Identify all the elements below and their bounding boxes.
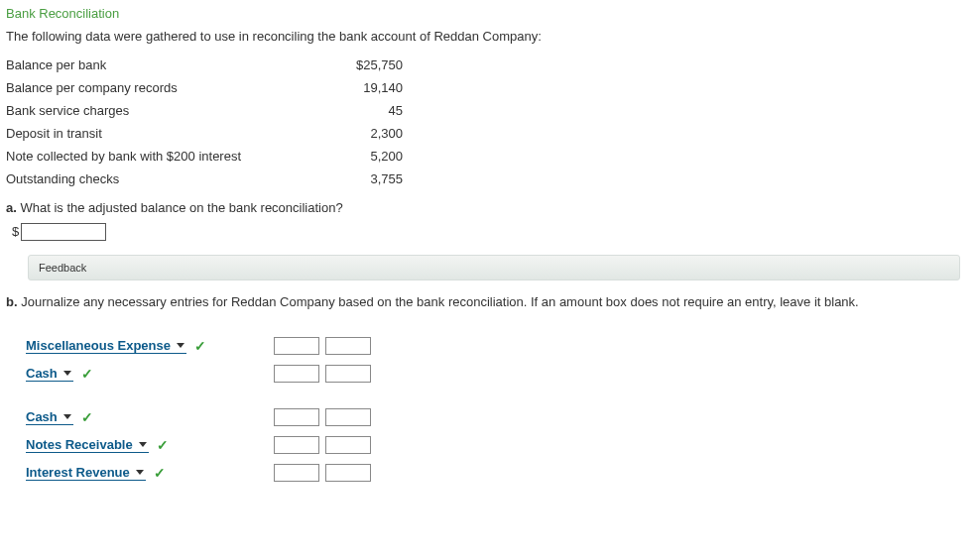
- row-label: Outstanding checks: [6, 168, 304, 190]
- chevron-down-icon: [139, 442, 147, 447]
- account-select[interactable]: Cash: [26, 409, 73, 425]
- question-a: a. What is the adjusted balance on the b…: [6, 200, 973, 215]
- row-label: Deposit in transit: [6, 122, 304, 145]
- account-select-label: Cash: [26, 366, 58, 381]
- row-label: Balance per bank: [6, 54, 304, 76]
- account-select-label: Miscellaneous Expense: [26, 338, 171, 353]
- chevron-down-icon: [63, 414, 71, 419]
- table-row: Balance per company records 19,140: [6, 76, 403, 99]
- table-row: Bank service charges 45: [6, 99, 403, 122]
- question-b-letter: b.: [6, 294, 18, 309]
- journal-row: Miscellaneous Expense ✓: [26, 335, 973, 357]
- chevron-down-icon: [136, 470, 144, 475]
- question-b-text: Journalize any necessary entries for Red…: [18, 294, 859, 309]
- account-select-label: Interest Revenue: [26, 465, 130, 480]
- row-value: 3,755: [304, 168, 403, 190]
- credit-input[interactable]: [325, 337, 371, 355]
- check-icon: ✓: [81, 409, 93, 425]
- chevron-down-icon: [63, 371, 71, 376]
- account-select[interactable]: Notes Receivable: [26, 437, 149, 453]
- credit-input[interactable]: [325, 365, 371, 383]
- journal-row: Cash ✓: [26, 363, 973, 385]
- credit-input[interactable]: [325, 436, 371, 454]
- debit-input[interactable]: [274, 408, 319, 426]
- row-label: Bank service charges: [6, 99, 304, 122]
- debit-input[interactable]: [274, 436, 319, 454]
- check-icon: ✓: [194, 338, 206, 354]
- page-title: Bank Reconciliation: [6, 6, 973, 21]
- journal-row: Cash ✓: [26, 406, 973, 428]
- chevron-down-icon: [177, 343, 184, 348]
- row-value: 45: [304, 99, 403, 122]
- row-label: Note collected by bank with $200 interes…: [6, 145, 304, 168]
- question-a-letter: a.: [6, 200, 17, 215]
- journal-group-1: Miscellaneous Expense ✓ Cash ✓: [26, 335, 973, 385]
- adjusted-balance-input[interactable]: [21, 223, 106, 241]
- account-select[interactable]: Miscellaneous Expense: [26, 338, 186, 354]
- journal-entries: Miscellaneous Expense ✓ Cash ✓: [26, 335, 973, 484]
- row-value: $25,750: [304, 54, 403, 76]
- row-value: 2,300: [304, 122, 403, 145]
- row-value: 19,140: [304, 76, 403, 99]
- check-icon: ✓: [154, 465, 166, 481]
- debit-input[interactable]: [274, 464, 319, 482]
- journal-row: Interest Revenue ✓: [26, 462, 973, 484]
- feedback-panel[interactable]: Feedback: [28, 255, 960, 280]
- credit-input[interactable]: [325, 408, 371, 426]
- row-label: Balance per company records: [6, 76, 304, 99]
- row-value: 5,200: [304, 145, 403, 168]
- credit-input[interactable]: [325, 464, 371, 482]
- dollar-sign: $: [12, 224, 19, 239]
- account-select-label: Cash: [26, 409, 58, 424]
- question-b: b. Journalize any necessary entries for …: [6, 294, 973, 309]
- journal-row: Notes Receivable ✓: [26, 434, 973, 456]
- table-row: Deposit in transit 2,300: [6, 122, 403, 145]
- check-icon: ✓: [157, 437, 169, 453]
- table-row: Note collected by bank with $200 interes…: [6, 145, 403, 168]
- table-row: Outstanding checks 3,755: [6, 168, 403, 190]
- table-row: Balance per bank $25,750: [6, 54, 403, 76]
- check-icon: ✓: [81, 366, 93, 382]
- account-select[interactable]: Cash: [26, 366, 73, 382]
- debit-input[interactable]: [274, 365, 319, 383]
- account-select[interactable]: Interest Revenue: [26, 465, 146, 481]
- account-select-label: Notes Receivable: [26, 437, 133, 452]
- question-a-text: What is the adjusted balance on the bank…: [17, 200, 343, 215]
- data-table: Balance per bank $25,750 Balance per com…: [6, 54, 403, 190]
- debit-input[interactable]: [274, 337, 319, 355]
- intro-text: The following data were gathered to use …: [6, 29, 973, 44]
- journal-group-2: Cash ✓ Notes Receivable ✓ Inte: [26, 406, 973, 484]
